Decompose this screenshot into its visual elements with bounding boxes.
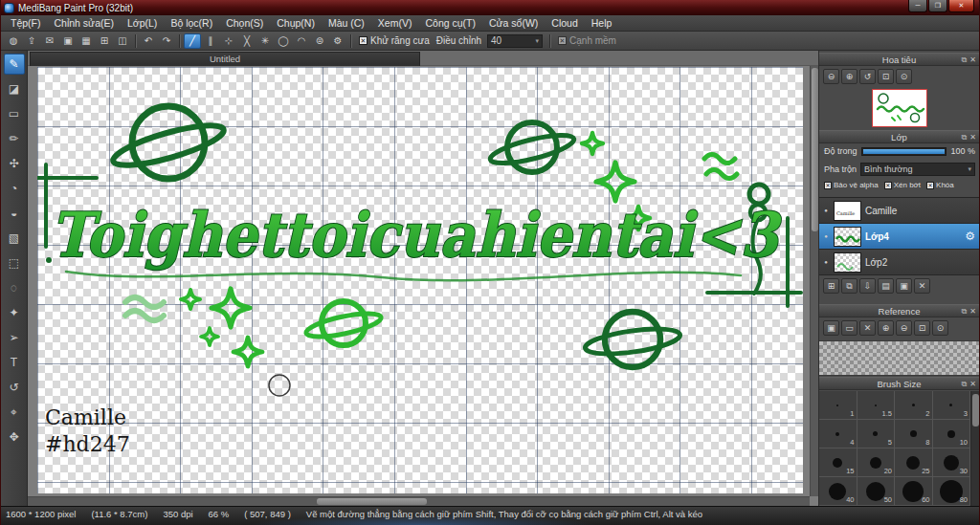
soft-edge-checkbox[interactable]: ✕ Cạnh mềm	[558, 35, 616, 46]
snap-ellipse-icon[interactable]: ⊜	[311, 33, 328, 49]
eyedropper-tool-icon[interactable]: ⌖	[4, 402, 25, 423]
ref-folder-button[interactable]: ▭	[841, 320, 858, 336]
move-layer-button[interactable]: ▣	[896, 278, 912, 294]
drawing-canvas[interactable]: Toighettoicuahientai<3 Camille #hd247	[37, 67, 803, 493]
operation-tool-icon[interactable]: ➢	[4, 327, 25, 348]
delete-layer-button[interactable]: ✕	[914, 278, 930, 294]
layer-row-lop2[interactable]: ● Lớp2	[819, 250, 979, 275]
add-layer-button[interactable]: ⊞	[823, 278, 839, 294]
gallery-icon[interactable]: ▣	[59, 33, 77, 49]
grid-panel-icon[interactable]: ⊞	[96, 33, 113, 49]
brush-size-cell[interactable]: 60	[895, 477, 933, 506]
navigator-thumbnail[interactable]	[872, 89, 927, 127]
ref-open-button[interactable]: ▣	[823, 320, 839, 336]
layer-visibility-icon[interactable]: ●	[822, 208, 830, 213]
menu-item-filter[interactable]: Bộ lọc(R)	[164, 15, 219, 31]
brush-size-cell[interactable]: 20	[858, 448, 896, 477]
brush-size-cell[interactable]: 2	[895, 391, 933, 420]
alpha-protect-checkbox[interactable]: ✕ Bảo vệ alpha	[824, 181, 879, 189]
brush-size-scrollbar[interactable]	[970, 391, 979, 506]
lasso-tool-icon[interactable]: ◌	[4, 277, 25, 298]
fill-tool-icon[interactable]: ◔	[4, 178, 25, 199]
vertical-scroll-thumb[interactable]	[812, 68, 818, 231]
maximize-button[interactable]: ❐	[928, 0, 947, 12]
panel-popout-icon[interactable]: ⧉	[962, 131, 968, 143]
menu-item-tools[interactable]: Công cụ(T)	[418, 15, 482, 31]
menu-item-color[interactable]: Màu (C)	[322, 15, 371, 31]
move-tool-icon[interactable]: ✣	[4, 153, 25, 174]
panel-close-icon[interactable]: ✕	[969, 54, 976, 66]
layer-visibility-icon[interactable]: ●	[822, 233, 830, 239]
pen-tool-icon[interactable]: ✎	[4, 54, 25, 75]
menu-item-layer[interactable]: Lớp(L)	[121, 15, 164, 31]
panel-popout-icon[interactable]: ⧉	[962, 378, 968, 390]
wand-tool-icon[interactable]: ✦	[4, 302, 25, 323]
menu-item-cloud[interactable]: Cloud	[545, 15, 584, 31]
panel-popout-icon[interactable]: ⧉	[962, 54, 968, 66]
menu-item-view[interactable]: Xem(V)	[371, 15, 419, 31]
nav-fit-button[interactable]: ⊡	[878, 69, 894, 84]
upload-icon[interactable]: ⇪	[23, 33, 40, 49]
undo-icon[interactable]: ↶	[140, 33, 157, 49]
layer-row-lop4[interactable]: ● Lớp4 ⚙	[819, 224, 979, 250]
antialias-checkbox[interactable]: ✕ Khử răng cưa	[359, 35, 430, 46]
brush-size-cell[interactable]: 50	[858, 477, 896, 506]
rotate-tool-icon[interactable]: ↺	[4, 377, 25, 398]
rect-tool-icon[interactable]: ▭	[4, 103, 25, 124]
snap-settings-icon[interactable]: ⚙	[329, 33, 346, 49]
layer-folder-button[interactable]: ▤	[878, 278, 894, 294]
ref-fit-button[interactable]: ⊡	[914, 320, 930, 336]
snap-parallel-icon[interactable]: ∥	[202, 33, 219, 49]
brush-size-cell[interactable]: 8	[895, 420, 933, 448]
menu-item-edit[interactable]: Chỉnh sửa(E)	[48, 15, 121, 31]
lock-checkbox[interactable]: ✕ Khóa	[926, 181, 954, 189]
panel-close-icon[interactable]: ✕	[969, 131, 976, 143]
brush-size-cell[interactable]: 1	[819, 391, 858, 420]
text-tool-icon[interactable]: T	[4, 352, 25, 373]
nav-rotate-reset-button[interactable]: ↺	[859, 69, 876, 84]
select-tool-icon[interactable]: ⬚	[4, 252, 25, 273]
merge-down-button[interactable]: ⇩	[859, 278, 876, 294]
new-canvas-icon[interactable]: ◍	[5, 33, 22, 49]
adjust-dropdown[interactable]: 40 ▾	[487, 34, 543, 48]
split-view-icon[interactable]: ◫	[114, 33, 131, 49]
brush-size-cell[interactable]: 5	[858, 420, 896, 448]
ref-zoom-in-button[interactable]: ⊕	[878, 320, 894, 336]
brush-size-cell[interactable]: 15	[819, 448, 858, 477]
menu-item-window[interactable]: Cửa sổ(W)	[482, 15, 545, 31]
snap-off-icon[interactable]: ╱	[184, 33, 201, 49]
eraser-tool-icon[interactable]: ◪	[4, 78, 25, 99]
ref-zoom-out-button[interactable]: ⊖	[896, 320, 912, 336]
clipping-checkbox[interactable]: ✕ Xén bớt	[884, 181, 921, 189]
close-button[interactable]: ✕	[948, 0, 974, 12]
brush-size-cell[interactable]: 80	[933, 477, 971, 506]
ref-actual-button[interactable]: ⊙	[932, 320, 948, 336]
redo-icon[interactable]: ↷	[158, 33, 175, 49]
brush-size-cell[interactable]: 1.5	[858, 391, 896, 420]
layer-row-camille[interactable]: ● Camille#hd247 Camille	[819, 198, 979, 224]
panel-close-icon[interactable]: ✕	[969, 305, 976, 317]
blend-select[interactable]: Bình thường ▾	[860, 163, 975, 176]
snap-crosshatch-icon[interactable]: ⊹	[220, 33, 237, 49]
brush-size-cell[interactable]: 10	[933, 420, 971, 448]
nav-actual-size-button[interactable]: ⊙	[896, 69, 912, 84]
minimize-button[interactable]: ─	[908, 0, 927, 12]
snap-curve-icon[interactable]: ◠	[293, 33, 310, 49]
menu-item-select[interactable]: Chọn(S)	[219, 15, 270, 31]
nav-zoom-out-button[interactable]: ⊖	[823, 69, 839, 84]
snap-vanishing-icon[interactable]: ╳	[238, 33, 256, 49]
horizontal-scrollbar[interactable]	[28, 496, 810, 506]
brush-size-cell[interactable]: 30	[933, 448, 971, 477]
layer-visibility-icon[interactable]: ●	[822, 259, 830, 265]
gradient-tool-icon[interactable]: ▧	[4, 228, 25, 249]
horizontal-scroll-thumb[interactable]	[317, 498, 426, 505]
panel-close-icon[interactable]: ✕	[969, 378, 976, 390]
brush-size-cell[interactable]: 40	[819, 477, 858, 506]
brush-size-cell[interactable]: 3	[933, 391, 971, 420]
bucket-tool-icon[interactable]: ◒	[4, 203, 25, 224]
document-tab[interactable]: Untitled	[30, 52, 420, 66]
menu-item-snap[interactable]: Chụp(N)	[270, 15, 322, 31]
nav-zoom-in-button[interactable]: ⊕	[841, 69, 858, 84]
comment-icon[interactable]: ✉	[41, 33, 58, 49]
opacity-slider[interactable]	[861, 147, 947, 156]
